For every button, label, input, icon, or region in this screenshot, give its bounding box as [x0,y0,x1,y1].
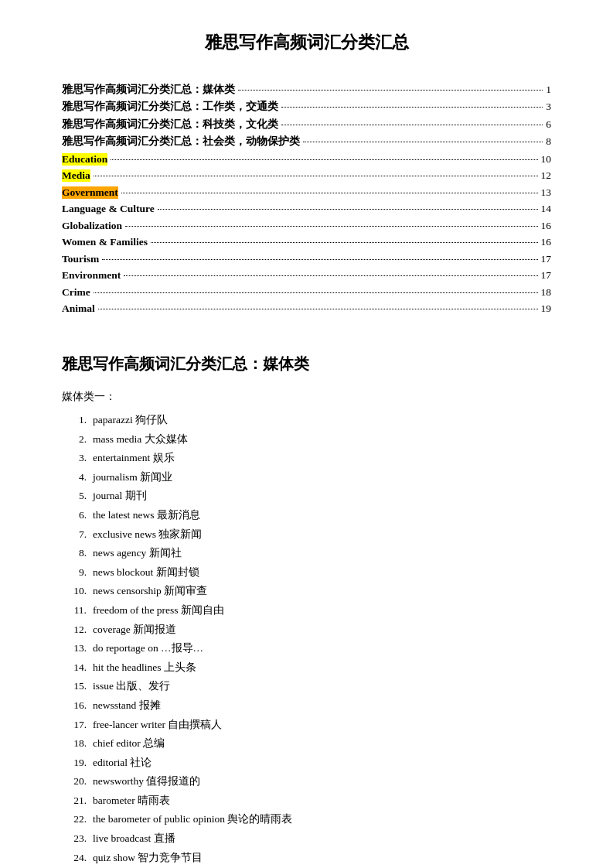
toc-dots [281,114,543,125]
item-number: 22. [62,811,87,828]
toc-page: 3 [546,101,551,113]
item-text: newsstand 报摊 [93,697,551,714]
toc-dots [94,166,538,177]
item-text: barometer 晴雨表 [93,792,551,809]
toc-label: Animal [62,302,95,315]
toc-dots [124,266,537,277]
toc-dots [281,97,543,108]
item-number: 6. [62,507,87,524]
toc-page: 17 [541,269,552,282]
toc-page: 14 [541,203,552,215]
toc-dots [102,249,537,260]
item-number: 3. [62,449,87,466]
toc-page: 18 [541,286,552,299]
list-item: 12.coverage 新闻报道 [62,621,551,638]
list-item: 2.mass media 大众媒体 [62,431,551,448]
list-item: 7.exclusive news 独家新闻 [62,526,551,543]
list-item: 20.newsworthy 值得报道的 [62,773,551,790]
list-item: 4.journalism 新闻业 [62,469,551,486]
toc-item: Government13 [62,185,551,199]
list-item: 10.news censorship 新闻审查 [62,583,551,600]
toc-label: Crime [62,286,90,299]
toc-page: 16 [541,220,552,232]
item-number: 23. [62,830,87,847]
toc-page: 13 [541,186,552,199]
toc-dots [151,233,538,244]
table-of-contents: 雅思写作高频词汇分类汇总：媒体类1雅思写作高频词汇分类汇总：工作类，交通类3雅思… [62,82,551,315]
item-text: newsworthy 值得报道的 [93,773,551,790]
section-1: 雅思写作高频词汇分类汇总：媒体类 媒体类一： 1.paparazzi 狗仔队2.… [62,354,551,868]
toc-label: Tourism [62,253,99,265]
toc-dots [158,200,538,210]
toc-item: 雅思写作高频词汇分类汇总：媒体类1 [62,82,551,97]
toc-label: 雅思写作高频词汇分类汇总：社会类，动物保护类 [62,135,300,149]
list-item: 13.do reportage on …报导… [62,640,551,657]
list-item: 19.editorial 社论 [62,754,551,771]
toc-dots [125,216,537,227]
toc-item: Animal19 [62,302,551,316]
item-text: news agency 新闻社 [93,545,551,562]
toc-label: 雅思写作高频词汇分类汇总：媒体类 [62,83,235,97]
item-number: 17. [62,716,87,733]
item-number: 12. [62,621,87,638]
item-number: 11. [62,602,87,619]
section-1-title: 雅思写作高频词汇分类汇总：媒体类 [62,354,551,374]
toc-item: Media12 [62,169,551,183]
item-number: 10. [62,583,87,600]
list-item: 14.hit the headlines 上头条 [62,659,551,676]
toc-item: Language & Culture14 [62,202,551,216]
toc-page: 6 [546,118,551,131]
item-text: live broadcast 直播 [93,830,551,847]
toc-item: Environment17 [62,268,551,282]
toc-item: 雅思写作高频词汇分类汇总：工作类，交通类3 [62,100,551,114]
item-text: entertainment 娱乐 [93,449,551,466]
toc-label: Globalization [62,220,122,232]
toc-label: Education [62,153,107,166]
item-text: mass media 大众媒体 [93,431,551,448]
list-item: 17.free-lancer writer 自由撰稿人 [62,716,551,733]
toc-item: 雅思写作高频词汇分类汇总：科技类，文化类6 [62,117,551,132]
item-text: issue 出版、发行 [93,678,551,695]
toc-label: 雅思写作高频词汇分类汇总：工作类，交通类 [62,100,278,114]
list-item: 5.journal 期刊 [62,487,551,504]
list-item: 15.issue 出版、发行 [62,678,551,695]
toc-dots [111,149,537,160]
list-item: 6.the latest news 最新消息 [62,507,551,524]
toc-label: Women & Families [62,236,148,248]
item-text: free-lancer writer 自由撰稿人 [93,716,551,733]
toc-dots [303,132,543,143]
list-item: 11.freedom of the press 新闻自由 [62,602,551,619]
item-number: 21. [62,792,87,809]
toc-item: Women & Families16 [62,235,551,249]
item-text: the latest news 最新消息 [93,507,551,524]
toc-label: Language & Culture [62,203,155,215]
page-title: 雅思写作高频词汇分类汇总 [62,31,551,54]
item-number: 14. [62,659,87,676]
item-text: the barometer of public opinion 舆论的晴雨表 [93,811,551,828]
toc-page: 10 [541,153,552,166]
item-number: 13. [62,640,87,657]
list-item: 8.news agency 新闻社 [62,545,551,562]
toc-page: 17 [541,253,552,265]
item-number: 19. [62,754,87,771]
item-number: 2. [62,431,87,448]
item-number: 9. [62,564,87,581]
list-item: 3.entertainment 娱乐 [62,449,551,466]
item-text: do reportage on …报导… [93,640,551,657]
item-number: 24. [62,849,87,866]
item-number: 16. [62,697,87,714]
toc-label: Media [62,169,90,182]
toc-dots [94,282,538,293]
toc-item: 雅思写作高频词汇分类汇总：社会类，动物保护类8 [62,135,551,149]
item-text: paparazzi 狗仔队 [93,412,551,429]
item-text: coverage 新闻报道 [93,621,551,638]
item-number: 8. [62,545,87,562]
toc-page: 8 [546,135,551,148]
item-text: journalism 新闻业 [93,469,551,486]
toc-label: 雅思写作高频词汇分类汇总：科技类，文化类 [62,118,278,132]
toc-item: Education10 [62,152,551,166]
item-text: editorial 社论 [93,754,551,771]
list-item: 23.live broadcast 直播 [62,830,551,847]
item-number: 7. [62,526,87,543]
list-item: 18.chief editor 总编 [62,735,551,752]
